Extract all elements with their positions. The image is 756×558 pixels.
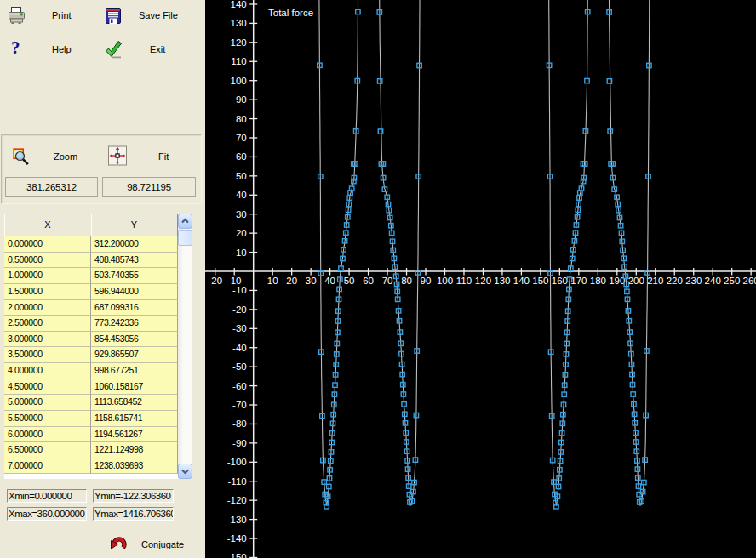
x-tick-label: -10 <box>227 276 242 286</box>
table-row[interactable]: 4.5000001060.158167 <box>4 379 178 395</box>
cell-x[interactable]: 0.500000 <box>4 253 91 269</box>
y-tick-label: 100 <box>231 76 247 86</box>
table-row[interactable]: 6.5000001221.124998 <box>4 442 178 458</box>
xmin-box[interactable]: Xmin=0.000000 <box>7 489 87 503</box>
cell-x[interactable]: 7.000000 <box>4 458 91 475</box>
zoom-x-value[interactable]: 381.265312 <box>5 177 98 197</box>
column-header-y[interactable]: Y <box>91 214 178 236</box>
ymax-box[interactable]: Ymax=1416.706360 <box>93 507 174 521</box>
x-tick-label: 30 <box>306 276 317 286</box>
cell-x[interactable]: 1.000000 <box>4 268 91 284</box>
scrollbar-up-button[interactable] <box>178 214 192 229</box>
cell-y[interactable]: 929.865507 <box>91 347 178 363</box>
x-tick-label: 170 <box>570 276 587 286</box>
column-header-x[interactable]: X <box>4 214 92 236</box>
cell-x[interactable]: 4.500000 <box>4 379 91 396</box>
cell-x[interactable]: 5.500000 <box>4 411 91 427</box>
ymin-box[interactable]: Ymin=-122.306360 <box>93 489 174 503</box>
chart-title: Total force <box>268 8 313 18</box>
print-button[interactable]: Print <box>52 10 72 20</box>
scrollbar-down-button[interactable] <box>178 464 192 479</box>
cell-y[interactable]: 1158.615741 <box>91 411 178 427</box>
cell-y[interactable]: 687.099316 <box>91 300 178 316</box>
table-row[interactable]: 0.500000408.485743 <box>4 253 178 268</box>
y-tick-label: 90 <box>236 94 247 105</box>
table-row[interactable]: 3.000000854.453056 <box>4 332 178 347</box>
table-row[interactable]: 3.500000929.865507 <box>4 347 178 362</box>
cell-y[interactable]: 998.677251 <box>91 363 178 379</box>
table-scrollbar[interactable] <box>178 214 192 479</box>
cell-y[interactable]: 854.453056 <box>91 332 178 348</box>
table-row[interactable]: 0.000000312.200000 <box>4 236 178 252</box>
table-row[interactable]: 1.000000503.740355 <box>4 268 178 283</box>
total-force-chart: -20-101020304050607080901001101201301401… <box>205 0 756 558</box>
y-tick-label: 40 <box>236 190 247 200</box>
zoom-icon[interactable] <box>12 145 32 169</box>
plot-area[interactable]: -20-101020304050607080901001101201301401… <box>205 0 756 558</box>
x-tick-label: 90 <box>421 276 432 286</box>
x-tick-label: 60 <box>363 276 374 286</box>
y-tick-label: -50 <box>232 362 247 372</box>
conjugate-icon <box>111 535 127 555</box>
y-tick-label: -140 <box>227 533 247 544</box>
cell-y[interactable]: 1238.039693 <box>91 458 178 475</box>
x-tick-label: 110 <box>456 276 472 286</box>
cell-y[interactable]: 312.200000 <box>91 236 178 253</box>
cell-y[interactable]: 1221.124998 <box>91 442 178 458</box>
fit-button[interactable]: Fit <box>158 151 169 162</box>
xmax-box[interactable]: Xmax=360.000000 <box>7 507 87 521</box>
y-tick-label: 110 <box>231 56 246 66</box>
cell-x[interactable]: 1.500000 <box>4 284 91 300</box>
table-row[interactable]: 4.000000998.677251 <box>4 363 178 379</box>
zoom-button[interactable]: Zoom <box>54 151 77 162</box>
x-tick-label: 250 <box>724 276 740 286</box>
table-row[interactable]: 5.5000001158.615741 <box>4 411 178 426</box>
x-tick-label: 80 <box>401 276 412 286</box>
cell-x[interactable]: 6.000000 <box>4 427 91 443</box>
exit-check-icon <box>104 39 123 63</box>
y-tick-label: -80 <box>232 418 247 429</box>
cell-y[interactable]: 773.242336 <box>91 316 178 332</box>
table-row[interactable]: 2.500000773.242336 <box>4 316 178 331</box>
save-file-button[interactable]: Save File <box>139 10 178 20</box>
table-row[interactable]: 1.500000596.944000 <box>4 284 178 299</box>
cell-x[interactable]: 4.000000 <box>4 363 91 379</box>
cell-x[interactable]: 2.000000 <box>4 300 91 316</box>
table-row[interactable]: 7.0000001238.039693 <box>4 458 178 474</box>
y-tick-label: 10 <box>236 248 247 258</box>
y-tick-label: 60 <box>236 151 247 162</box>
table-row[interactable]: 6.0000001194.561267 <box>4 427 178 442</box>
y-tick-label: -150 <box>227 552 247 558</box>
y-tick-label: -30 <box>232 323 247 333</box>
cell-y[interactable]: 1113.658452 <box>91 395 178 411</box>
curve-line <box>411 0 420 506</box>
help-button[interactable]: Help <box>52 44 72 54</box>
x-tick-label: 120 <box>475 276 491 286</box>
cell-x[interactable]: 2.500000 <box>4 316 91 332</box>
cell-x[interactable]: 0.000000 <box>4 236 91 253</box>
cell-x[interactable]: 3.000000 <box>4 332 91 348</box>
x-tick-label: 10 <box>267 276 278 286</box>
y-tick-label: 70 <box>236 133 247 143</box>
y-tick-label: 120 <box>231 37 247 48</box>
zoom-y-value[interactable]: 98.721195 <box>102 177 196 197</box>
cell-y[interactable]: 1060.158167 <box>91 379 178 396</box>
table-row[interactable]: 5.0000001113.658452 <box>4 395 178 410</box>
x-tick-label: 240 <box>705 276 721 286</box>
cell-y[interactable]: 596.944000 <box>91 284 178 300</box>
cell-x[interactable]: 6.500000 <box>4 442 91 458</box>
table-row[interactable]: 2.000000687.099316 <box>4 300 178 316</box>
scrollbar-thumb[interactable] <box>178 230 192 246</box>
conjugate-button[interactable]: Conjugate <box>141 539 184 549</box>
cell-y[interactable]: 408.485743 <box>91 253 178 269</box>
y-tick-label: 50 <box>236 171 247 181</box>
y-tick-label: -100 <box>227 457 247 467</box>
x-tick-label: 40 <box>324 276 335 286</box>
cell-x[interactable]: 5.000000 <box>4 395 91 411</box>
exit-button[interactable]: Exit <box>150 44 165 54</box>
cell-x[interactable]: 3.500000 <box>4 347 91 363</box>
fit-icon[interactable] <box>108 145 128 169</box>
cell-y[interactable]: 503.740355 <box>91 268 178 284</box>
cell-y[interactable]: 1194.561267 <box>91 427 178 443</box>
x-tick-label: 100 <box>437 276 453 286</box>
